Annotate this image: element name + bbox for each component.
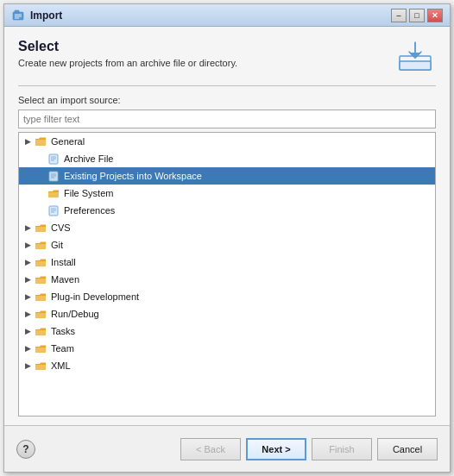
folder-icon-team [34,342,47,354]
tree-item-label-general: General [51,136,85,147]
expand-xml-icon: ▶ [22,360,33,371]
tree-item-xml[interactable]: ▶ XML [19,357,435,374]
maximize-button[interactable]: □ [409,9,425,22]
tree-item-label-git: Git [51,240,63,250]
tree-item-preferences[interactable]: Preferences [19,202,435,219]
tree-item-label-existing-projects: Existing Projects into Workspace [64,171,202,181]
folder-icon-general [34,135,47,147]
file-icon-archive [47,153,60,165]
expand-install-icon: ▶ [22,257,33,267]
filter-label: Select an import source: [18,95,436,105]
dialog-title: Select [18,39,394,54]
tree-item-label-maven: Maven [51,274,79,285]
tree-item-maven[interactable]: ▶ Maven [19,271,435,288]
svg-rect-1 [15,10,19,13]
help-button[interactable]: ? [16,440,35,459]
import-source-tree[interactable]: ▶ General [18,132,436,416]
expand-team-icon: ▶ [22,343,33,354]
header-icon [394,39,436,73]
tree-item-archive-file[interactable]: Archive File [19,150,435,167]
header-text: Select Create new projects from an archi… [18,39,394,68]
footer-buttons: < Back Next > Finish Cancel [180,438,438,460]
expand-plugin-icon: ▶ [22,291,33,302]
tree-item-general-folder[interactable]: ▶ General [19,133,435,150]
tree-item-plugin-dev[interactable]: ▶ Plug-in Development [19,288,435,305]
tree-item-label-team: Team [51,343,74,354]
folder-icon-file-system [47,187,60,199]
file-icon-prefs [47,204,60,216]
svg-rect-18 [49,206,58,216]
svg-rect-10 [49,154,58,164]
tree-item-existing-projects[interactable]: Existing Projects into Workspace [19,167,435,185]
tree-item-label-preferences: Preferences [64,205,115,216]
finish-button[interactable]: Finish [312,438,372,460]
import-dialog: Import – □ ✕ Select Create new projects … [3,3,451,473]
expand-run-debug-icon: ▶ [22,309,33,319]
folder-icon-cvs [34,222,47,234]
tree-item-label-install: Install [51,257,76,267]
header-section: Select Create new projects from an archi… [18,39,436,73]
tree-item-label-cvs: CVS [51,222,71,233]
folder-icon-xml [34,360,47,372]
tree-item-tasks[interactable]: ▶ Tasks [19,323,435,340]
back-button[interactable]: < Back [180,438,241,460]
tree-item-file-system[interactable]: File System [19,185,435,202]
folder-icon-plugin [34,291,47,303]
dialog-content: Select Create new projects from an archi… [4,27,450,425]
tree-item-install[interactable]: ▶ Install [19,254,435,271]
expand-general-icon: ▶ [22,136,33,147]
folder-icon-maven [34,273,47,285]
cancel-button[interactable]: Cancel [377,438,438,460]
tree-item-label-file-system: File System [64,188,113,198]
tree-item-label-archive-file: Archive File [64,153,113,164]
tree-item-label-tasks: Tasks [51,326,75,336]
svg-rect-14 [49,172,58,181]
expand-maven-icon: ▶ [22,274,33,285]
folder-icon-git [34,239,47,251]
tree-item-label-plugin-dev: Plug-in Development [51,291,139,302]
folder-icon-install [34,256,47,268]
tree-item-label-xml: XML [51,360,71,371]
tree-item-label-run-debug: Run/Debug [51,309,99,319]
dialog-subtitle: Create new projects from an archive file… [18,58,394,68]
expand-tasks-icon: ▶ [22,326,33,336]
tree-item-cvs[interactable]: ▶ CVS [19,219,435,236]
folder-icon-run-debug [34,308,47,320]
svg-rect-6 [400,61,431,70]
tree-item-team[interactable]: ▶ Team [19,340,435,357]
window-title: Import [30,9,391,22]
header-divider [18,85,436,86]
file-icon-existing [47,170,60,182]
minimize-button[interactable]: – [391,9,407,22]
dialog-footer: ? < Back Next > Finish Cancel [4,425,450,472]
next-button[interactable]: Next > [246,438,306,460]
expand-cvs-icon: ▶ [22,222,33,233]
filter-input[interactable] [18,110,436,128]
close-button[interactable]: ✕ [427,9,443,22]
expand-git-icon: ▶ [22,240,33,250]
svg-rect-0 [13,12,23,20]
folder-icon-tasks [34,325,47,337]
window-controls: – □ ✕ [391,9,443,22]
footer-left: ? [16,440,35,459]
tree-item-run-debug[interactable]: ▶ Run/Debug [19,305,435,323]
tree-item-git[interactable]: ▶ Git [19,236,435,254]
window-icon [11,9,25,22]
title-bar: Import – □ ✕ [4,4,450,27]
